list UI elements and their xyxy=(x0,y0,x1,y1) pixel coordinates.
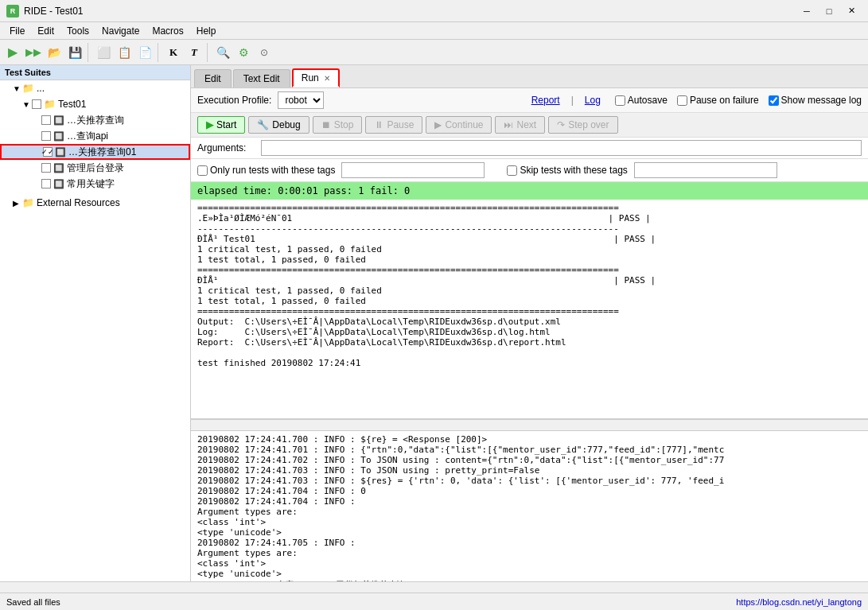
toolbar-settings-button[interactable]: ⚙ xyxy=(234,43,253,62)
execution-profile-row: Execution Profile: robot Report | Log Au… xyxy=(191,88,868,113)
report-link[interactable]: Report xyxy=(531,95,562,106)
log-link[interactable]: Log xyxy=(585,95,605,106)
continue-icon: ▶ xyxy=(434,119,442,130)
menu-bar: File Edit Tools Navigate Macros Help xyxy=(0,22,868,40)
exec-profile-select[interactable]: robot xyxy=(278,91,324,109)
toolbar-copy-button[interactable]: 📋 xyxy=(115,43,134,62)
continue-button[interactable]: ▶ Continue xyxy=(426,116,492,134)
sidebar-checkbox-keywords[interactable] xyxy=(41,179,51,188)
sidebar-item-guantui01[interactable]: ▶ ✓ 🔲 …关推荐查询01 xyxy=(0,144,190,160)
run-panel: Execution Profile: robot Report | Log Au… xyxy=(191,88,868,593)
toolbar-run-button[interactable]: ▶ xyxy=(3,43,22,62)
title-bar: R RIDE - Test01 ─ □ ✕ xyxy=(0,0,868,22)
next-button[interactable]: ⏭ Next xyxy=(495,116,545,134)
maximize-button[interactable]: □ xyxy=(819,3,839,19)
debug-icon: 🔧 xyxy=(257,119,269,130)
next-icon: ⏭ xyxy=(504,119,513,130)
start-icon: ▶ xyxy=(206,119,213,130)
only-run-checkbox[interactable] xyxy=(197,165,208,176)
main-area: Test Suites ▼ 📁 ... ▼ 📁 Test01 ▶ 🔲 …关推荐查… xyxy=(0,65,868,593)
only-run-tags-check: Only run tests with these tags xyxy=(197,165,335,176)
output-area[interactable]: ========================================… xyxy=(191,200,868,419)
tab-run[interactable]: Run ✕ xyxy=(292,68,340,87)
toolbar-t-button[interactable]: T xyxy=(185,43,204,62)
arguments-label: Arguments: xyxy=(197,142,261,153)
status-bar: Saved all files https://blog.csdn.net/yi… xyxy=(0,593,868,610)
log-hscroll[interactable] xyxy=(191,581,868,593)
arguments-input[interactable] xyxy=(261,140,862,156)
step-over-button[interactable]: ↷ Step over xyxy=(548,116,617,134)
output-text: ========================================… xyxy=(197,203,862,368)
log-text: 20190802 17:24:41.700 : INFO : ${re} = <… xyxy=(197,434,862,581)
sidebar-checkbox-api[interactable] xyxy=(41,131,51,141)
debug-button[interactable]: 🔧 Debug xyxy=(248,116,309,134)
only-run-tags-input[interactable] xyxy=(341,162,485,178)
skip-tests-input[interactable] xyxy=(634,162,777,178)
close-button[interactable]: ✕ xyxy=(841,3,862,19)
toolbar-run-all-button[interactable]: ▶▶ xyxy=(24,43,43,62)
skip-tests-checkbox[interactable] xyxy=(507,165,517,176)
minimize-button[interactable]: ─ xyxy=(796,3,817,19)
output-hscroll[interactable] xyxy=(191,419,868,430)
toolbar: ▶ ▶▶ 📂 💾 ⬜ 📋 📄 K T 🔍 ⚙ ⊙ xyxy=(0,40,868,65)
sidebar-hscroll[interactable] xyxy=(0,581,191,593)
toolbar-search-button[interactable]: 🔍 xyxy=(213,43,232,62)
autosave-checkbox[interactable] xyxy=(615,95,625,106)
skip-tests-label: Skip tests with these tags xyxy=(520,165,627,176)
run-toolbar: ▶ Start 🔧 Debug ⏹ Stop ⏸ Pause ▶ Cont xyxy=(191,113,868,138)
start-button[interactable]: ▶ Start xyxy=(197,116,245,134)
sidebar-item-keywords[interactable]: ▶ 🔲 常用关键字 xyxy=(0,176,190,192)
arguments-row: Arguments: xyxy=(191,138,868,159)
menu-help[interactable]: Help xyxy=(190,24,223,38)
log-area[interactable]: 20190802 17:24:41.700 : INFO : ${re} = <… xyxy=(191,430,868,581)
tab-edit[interactable]: Edit xyxy=(194,69,232,87)
skip-tests-check: Skip tests with these tags xyxy=(507,165,627,176)
sidebar-header: Test Suites xyxy=(0,65,190,80)
exec-options: Report | Log Autosave Pause on failure S… xyxy=(531,95,862,106)
sidebar-checkbox-admin[interactable] xyxy=(41,163,51,173)
sidebar-item-test01[interactable]: ▼ 📁 Test01 xyxy=(0,96,190,112)
toolbar-extra-button[interactable]: ⊙ xyxy=(255,43,274,62)
menu-tools[interactable]: Tools xyxy=(60,24,95,38)
status-right: https://blog.csdn.net/yi_langtong xyxy=(736,597,862,607)
exec-profile-label: Execution Profile: xyxy=(197,95,271,106)
stop-button[interactable]: ⏹ Stop xyxy=(313,116,363,134)
tags-row: Only run tests with these tags Skip test… xyxy=(191,159,868,182)
menu-macros[interactable]: Macros xyxy=(146,24,189,38)
sidebar-checkbox-guantui01[interactable]: ✓ xyxy=(43,147,53,157)
sidebar-item-external[interactable]: ▶ 📁 External Resources xyxy=(0,195,190,211)
show-message-log-checkbox[interactable] xyxy=(769,95,779,106)
show-message-log-label: Show message log xyxy=(781,95,862,106)
menu-navigate[interactable]: Navigate xyxy=(95,24,146,38)
toolbar-k-button[interactable]: K xyxy=(164,43,183,62)
content-area: Edit Text Edit Run ✕ Execution Profile: … xyxy=(191,65,868,593)
menu-file[interactable]: File xyxy=(3,24,31,38)
sidebar-item-api[interactable]: ▶ 🔲 …查询api xyxy=(0,128,190,144)
menu-edit[interactable]: Edit xyxy=(31,24,60,38)
pause-on-failure-checkbox[interactable] xyxy=(677,95,687,106)
window-controls: ─ □ ✕ xyxy=(796,3,862,19)
status-left: Saved all files xyxy=(6,597,60,607)
pause-on-failure-label: Pause on failure xyxy=(690,95,759,106)
sidebar: Test Suites ▼ 📁 ... ▼ 📁 Test01 ▶ 🔲 …关推荐查… xyxy=(0,65,191,593)
toolbar-new-button[interactable]: ⬜ xyxy=(94,43,113,62)
run-status-bar: elapsed time: 0:00:01 pass: 1 fail: 0 xyxy=(191,182,868,200)
app-icon: R xyxy=(6,5,19,17)
autosave-label: Autosave xyxy=(628,95,668,106)
sidebar-item-guantui[interactable]: ▶ 🔲 …关推荐查询 xyxy=(0,112,190,128)
stop-icon: ⏹ xyxy=(321,119,331,130)
tab-run-close[interactable]: ✕ xyxy=(324,74,330,83)
sidebar-checkbox-test01[interactable] xyxy=(32,99,41,109)
toolbar-paste-button[interactable]: 📄 xyxy=(135,43,154,62)
toolbar-open-button[interactable]: 📂 xyxy=(45,43,64,62)
tab-text-edit[interactable]: Text Edit xyxy=(233,69,290,87)
pause-button[interactable]: ⏸ Pause xyxy=(365,116,422,134)
pause-icon: ⏸ xyxy=(374,119,383,130)
toolbar-save-button[interactable]: 💾 xyxy=(65,43,84,62)
tab-bar: Edit Text Edit Run ✕ xyxy=(191,65,868,88)
only-run-label: Only run tests with these tags xyxy=(210,165,335,176)
sidebar-item-root[interactable]: ▼ 📁 ... xyxy=(0,80,190,96)
sidebar-checkbox-guantui[interactable] xyxy=(41,115,51,125)
sidebar-item-admin[interactable]: ▶ 🔲 管理后台登录 xyxy=(0,160,190,176)
window-title: RIDE - Test01 xyxy=(24,6,83,17)
